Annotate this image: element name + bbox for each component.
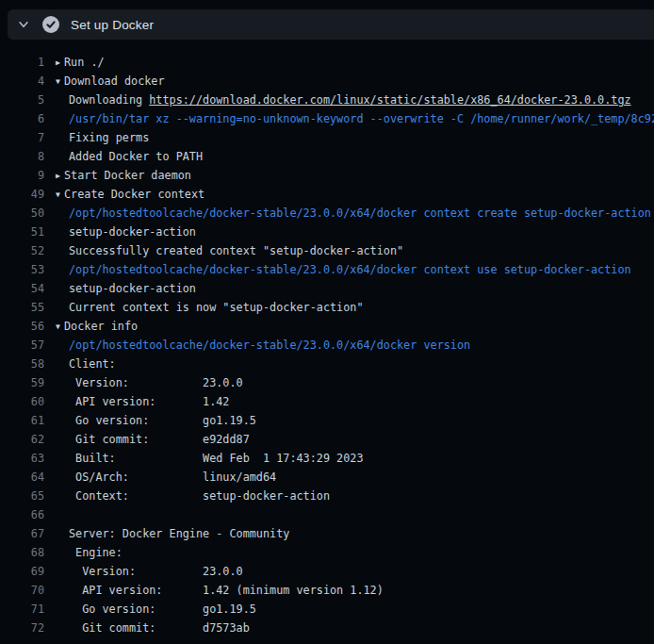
log-line: 8Added Docker to PATH bbox=[0, 147, 654, 166]
line-text: Successfully created context "setup-dock… bbox=[69, 244, 403, 257]
log-line[interactable]: 56▼Docker info bbox=[0, 317, 654, 336]
line-number[interactable]: 63 bbox=[0, 449, 44, 468]
log-line: 66 bbox=[0, 505, 654, 524]
line-number[interactable]: 69 bbox=[0, 562, 44, 581]
line-text: Added Docker to PATH bbox=[69, 150, 203, 163]
line-text: Go version: go1.19.5 bbox=[69, 414, 256, 427]
line-number[interactable]: 60 bbox=[0, 392, 44, 411]
line-number[interactable]: 56 bbox=[0, 317, 44, 336]
line-text: /opt/hostedtoolcache/docker-stable/23.0.… bbox=[69, 263, 631, 276]
line-number[interactable]: 49 bbox=[0, 185, 44, 204]
line-content: Built: Wed Feb 1 17:43:29 2023 bbox=[44, 449, 654, 468]
collapse-arrow-icon[interactable]: ▼ bbox=[56, 186, 64, 204]
line-number[interactable]: 72 bbox=[0, 619, 44, 637]
log-line: 59 Version: 23.0.0 bbox=[0, 373, 654, 392]
line-number[interactable]: 57 bbox=[0, 336, 44, 355]
line-content: ▼Download docker bbox=[44, 72, 654, 91]
expand-arrow-icon[interactable]: ▶ bbox=[56, 54, 64, 72]
line-content: /opt/hostedtoolcache/docker-stable/23.0.… bbox=[44, 336, 654, 355]
line-number[interactable]: 51 bbox=[0, 223, 44, 241]
line-text: API version: 1.42 (minimum version 1.12) bbox=[69, 584, 384, 597]
line-number[interactable]: 52 bbox=[0, 241, 44, 260]
line-number[interactable]: 68 bbox=[0, 543, 44, 562]
line-text: Downloading bbox=[69, 93, 149, 107]
line-number[interactable]: 70 bbox=[0, 581, 44, 600]
log-line: 61 Go version: go1.19.5 bbox=[0, 411, 654, 430]
line-number[interactable]: 65 bbox=[0, 487, 44, 505]
line-content: Context: setup-docker-action bbox=[44, 487, 654, 505]
line-content: Current context is now "setup-docker-act… bbox=[44, 298, 654, 317]
line-content: API version: 1.42 (minimum version 1.12) bbox=[44, 581, 654, 600]
log-line: 71 Go version: go1.19.5 bbox=[0, 600, 654, 619]
line-content: ▶Run ./ bbox=[44, 53, 654, 72]
log-container: 1▶Run ./4▼Download docker5Downloading ht… bbox=[0, 41, 654, 637]
line-content: Downloading https://download.docker.com/… bbox=[44, 91, 654, 109]
log-line: 65 Context: setup-docker-action bbox=[0, 487, 654, 505]
line-number[interactable]: 62 bbox=[0, 430, 44, 449]
line-content: Engine: bbox=[44, 543, 654, 562]
line-number[interactable]: 50 bbox=[0, 204, 44, 223]
line-content: setup-docker-action bbox=[44, 279, 654, 298]
line-number[interactable]: 55 bbox=[0, 298, 44, 317]
line-text: /opt/hostedtoolcache/docker-stable/23.0.… bbox=[69, 206, 651, 220]
line-number[interactable]: 53 bbox=[0, 260, 44, 279]
log-line: 54setup-docker-action bbox=[0, 279, 654, 298]
log-line[interactable]: 4▼Download docker bbox=[0, 72, 654, 91]
line-content: setup-docker-action bbox=[44, 223, 654, 241]
line-text: /usr/bin/tar xz --warning=no-unknown-key… bbox=[69, 112, 654, 125]
line-text: Current context is now "setup-docker-act… bbox=[69, 301, 364, 314]
line-text: Git commit: d7573ab bbox=[69, 621, 250, 635]
line-content: Added Docker to PATH bbox=[44, 147, 654, 166]
line-number[interactable]: 58 bbox=[0, 355, 44, 373]
line-text: Built: Wed Feb 1 17:43:29 2023 bbox=[69, 452, 364, 465]
line-number[interactable]: 67 bbox=[0, 524, 44, 543]
line-text: Engine: bbox=[69, 546, 123, 559]
expand-arrow-icon[interactable]: ▶ bbox=[56, 167, 64, 185]
line-text: Fixing perms bbox=[69, 131, 149, 144]
check-circle-icon bbox=[42, 16, 59, 33]
log-line[interactable]: 9▶Start Docker daemon bbox=[0, 166, 654, 185]
line-content: /opt/hostedtoolcache/docker-stable/23.0.… bbox=[44, 260, 654, 279]
log-line: 60 API version: 1.42 bbox=[0, 392, 654, 411]
line-content: Server: Docker Engine - Community bbox=[44, 524, 654, 543]
line-number[interactable]: 66 bbox=[0, 505, 44, 524]
line-content: OS/Arch: linux/amd64 bbox=[44, 468, 654, 487]
log-line[interactable]: 49▼Create Docker context bbox=[0, 185, 654, 204]
line-content: /usr/bin/tar xz --warning=no-unknown-key… bbox=[44, 109, 654, 128]
line-number[interactable]: 8 bbox=[0, 147, 44, 166]
line-number[interactable]: 64 bbox=[0, 468, 44, 487]
log-line: 58Client: bbox=[0, 355, 654, 373]
line-number[interactable]: 7 bbox=[0, 128, 44, 147]
log-line: 6/usr/bin/tar xz --warning=no-unknown-ke… bbox=[0, 109, 654, 128]
line-content: /opt/hostedtoolcache/docker-stable/23.0.… bbox=[44, 204, 654, 223]
line-number[interactable]: 61 bbox=[0, 411, 44, 430]
collapse-arrow-icon[interactable]: ▼ bbox=[56, 73, 64, 91]
line-text: Version: 23.0.0 bbox=[69, 376, 243, 389]
line-number[interactable]: 71 bbox=[0, 600, 44, 619]
line-content: Go version: go1.19.5 bbox=[44, 600, 654, 619]
line-content: Go version: go1.19.5 bbox=[44, 411, 654, 430]
line-text: Version: 23.0.0 bbox=[69, 565, 243, 578]
line-content: Git commit: d7573ab bbox=[44, 619, 654, 637]
chevron-down-icon[interactable] bbox=[17, 18, 30, 31]
collapse-arrow-icon[interactable]: ▼ bbox=[56, 318, 64, 336]
log-line: 62 Git commit: e92dd87 bbox=[0, 430, 654, 449]
line-number[interactable]: 6 bbox=[0, 109, 44, 128]
step-title: Set up Docker bbox=[71, 18, 154, 32]
log-line: 67Server: Docker Engine - Community bbox=[0, 524, 654, 543]
line-number[interactable]: 1 bbox=[0, 53, 44, 72]
log-line[interactable]: 1▶Run ./ bbox=[0, 53, 654, 72]
log-line: 57/opt/hostedtoolcache/docker-stable/23.… bbox=[0, 336, 654, 355]
log-line: 5Downloading https://download.docker.com… bbox=[0, 91, 654, 109]
line-number[interactable]: 54 bbox=[0, 279, 44, 298]
log-url-link[interactable]: https://download.docker.com/linux/static… bbox=[149, 93, 630, 107]
line-text: Start Docker daemon bbox=[64, 169, 191, 182]
workflow-step-log-page: Set up Docker 1▶Run ./4▼Download docker5… bbox=[0, 0, 654, 644]
line-number[interactable]: 59 bbox=[0, 373, 44, 392]
line-number[interactable]: 5 bbox=[0, 91, 44, 109]
step-header[interactable]: Set up Docker bbox=[8, 9, 654, 40]
line-number[interactable]: 9 bbox=[0, 166, 44, 185]
line-content: Client: bbox=[44, 355, 654, 373]
line-number[interactable]: 4 bbox=[0, 72, 44, 91]
line-content: Successfully created context "setup-dock… bbox=[44, 241, 654, 260]
